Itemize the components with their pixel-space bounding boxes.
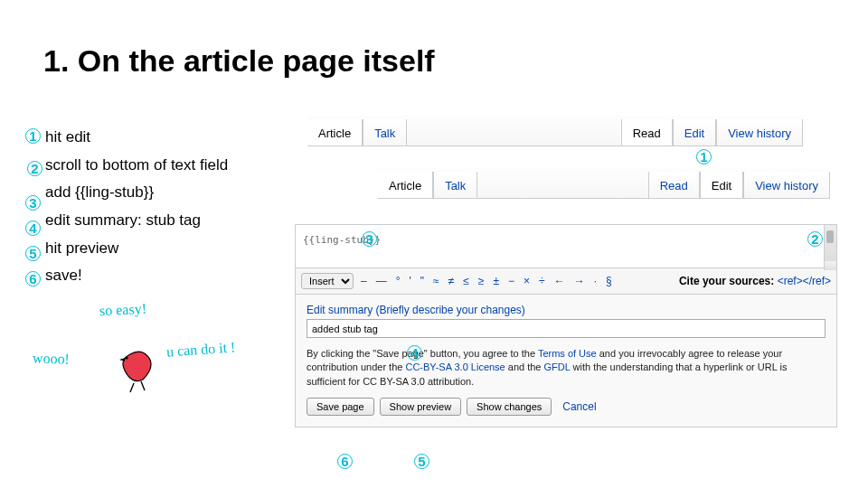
scribble-wooo: wooo! bbox=[33, 350, 70, 367]
char-minus[interactable]: − bbox=[506, 275, 516, 287]
edit-summary-input[interactable] bbox=[307, 319, 826, 338]
char-leq[interactable]: ≤ bbox=[461, 275, 471, 287]
svg-point-0 bbox=[125, 356, 127, 359]
char-emdash[interactable]: — bbox=[374, 275, 389, 287]
scroll-thumb[interactable] bbox=[826, 230, 834, 243]
char-rarrow[interactable]: → bbox=[572, 275, 587, 287]
badge-5-icon: 5 bbox=[414, 454, 429, 469]
char-approx[interactable]: ≈ bbox=[431, 275, 441, 287]
char-dprime[interactable]: " bbox=[419, 275, 426, 287]
bird-icon bbox=[116, 342, 161, 396]
badge-2-icon: 2 bbox=[807, 231, 823, 247]
char-middot[interactable]: · bbox=[592, 275, 599, 287]
badge-3-icon: 3 bbox=[362, 231, 377, 247]
cite-label: Cite your sources: <ref></ref> bbox=[679, 275, 831, 287]
license-text: By clicking the "Save page" button, you … bbox=[307, 347, 826, 389]
insert-select[interactable]: Insert bbox=[301, 273, 354, 289]
gfdl-link[interactable]: GFDL bbox=[544, 361, 571, 372]
save-button[interactable]: Save page bbox=[307, 398, 374, 416]
wp-tabs-read: Article Talk Read Edit View history bbox=[307, 116, 803, 146]
char-endash[interactable]: – bbox=[359, 275, 369, 287]
terms-link[interactable]: Terms of Use bbox=[538, 348, 597, 359]
scribble-ucandoit: u can do it ! bbox=[165, 339, 235, 360]
char-div[interactable]: ÷ bbox=[537, 275, 547, 287]
tab-edit[interactable]: Edit bbox=[700, 172, 743, 198]
scribble-soeasy: so easy! bbox=[99, 301, 147, 320]
char-toolbar: Insert – — ° ' " ≈ ≠ ≤ ≥ ± − × ÷ ← → · §… bbox=[296, 267, 836, 295]
step-item: scroll to bottom of text field bbox=[45, 155, 228, 177]
badge-6-icon: 6 bbox=[337, 454, 353, 469]
char-degree[interactable]: ° bbox=[394, 275, 402, 287]
tab-talk[interactable]: Talk bbox=[363, 119, 407, 145]
char-larrow[interactable]: ← bbox=[552, 275, 567, 287]
badge-5-icon: 5 bbox=[25, 246, 41, 261]
step-item: hit edit bbox=[45, 127, 228, 149]
char-pm[interactable]: ± bbox=[491, 275, 501, 287]
badge-2-icon: 2 bbox=[27, 161, 42, 176]
edit-summary-hint: (Briefly describe your changes) bbox=[375, 304, 524, 316]
cc-license-link[interactable]: CC-BY-SA 3.0 License bbox=[405, 361, 505, 372]
cancel-link[interactable]: Cancel bbox=[562, 400, 596, 413]
tab-read[interactable]: Read bbox=[621, 119, 673, 145]
resize-handle-icon[interactable] bbox=[824, 261, 836, 270]
char-times[interactable]: × bbox=[522, 275, 532, 287]
char-neq[interactable]: ≠ bbox=[447, 275, 457, 287]
badge-1-icon: 1 bbox=[25, 128, 41, 144]
page-title: 1. On the article page itself bbox=[43, 43, 435, 79]
tab-talk[interactable]: Talk bbox=[433, 172, 477, 198]
tab-viewhistory[interactable]: View history bbox=[743, 172, 830, 198]
badge-4-icon: 4 bbox=[407, 345, 422, 361]
edit-summary-area: Edit summary (Briefly describe your chan… bbox=[296, 295, 836, 427]
reftag-insert[interactable]: <ref></ref> bbox=[778, 275, 831, 287]
char-section[interactable]: § bbox=[604, 275, 614, 287]
step-item: add {{ling-stub}} bbox=[45, 182, 228, 204]
step-list: hit edit scroll to bottom of text field … bbox=[45, 127, 228, 293]
editor-pane: {{ling-stub}} Insert – — ° ' " ≈ ≠ ≤ ≥ ±… bbox=[295, 224, 837, 427]
tab-viewhistory[interactable]: View history bbox=[716, 119, 803, 145]
tab-read[interactable]: Read bbox=[648, 172, 700, 198]
badge-6-icon: 6 bbox=[25, 271, 41, 286]
tab-article[interactable]: Article bbox=[378, 172, 433, 198]
edit-summary-label: Edit summary bbox=[307, 304, 373, 316]
step-item: save! bbox=[45, 265, 228, 287]
tab-edit[interactable]: Edit bbox=[673, 119, 716, 145]
char-geq[interactable]: ≥ bbox=[476, 275, 486, 287]
char-prime[interactable]: ' bbox=[408, 275, 413, 287]
step-item: edit summary: stub tag bbox=[45, 210, 228, 232]
step-item: hit preview bbox=[45, 238, 228, 260]
save-button-row: Save page Show preview Show changes Canc… bbox=[307, 398, 826, 416]
badge-3-icon: 3 bbox=[25, 195, 41, 211]
badge-1-icon: 1 bbox=[696, 149, 712, 164]
badge-4-icon: 4 bbox=[25, 221, 41, 236]
changes-button[interactable]: Show changes bbox=[467, 398, 552, 416]
preview-button[interactable]: Show preview bbox=[380, 398, 461, 416]
wp-tabs-edit: Article Talk Read Edit View history bbox=[378, 168, 830, 199]
tab-article[interactable]: Article bbox=[307, 119, 363, 145]
